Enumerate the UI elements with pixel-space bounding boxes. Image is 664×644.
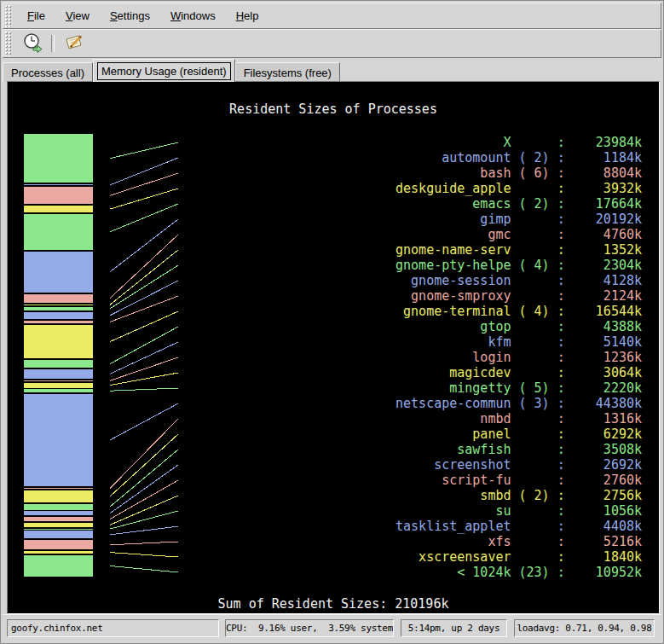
leader-line xyxy=(110,281,178,316)
leader-line xyxy=(110,173,178,195)
process-row[interactable]: su : 1056k xyxy=(396,503,642,519)
menu-windows[interactable]: Windows xyxy=(160,4,226,27)
process-row[interactable]: gnome-smproxy : 2124k xyxy=(396,288,642,304)
leader-line xyxy=(110,265,178,309)
toolbar-grippy[interactable] xyxy=(4,31,12,56)
hostname-panel: goofy.chinfox.net xyxy=(7,619,219,637)
toolbar-separator xyxy=(51,35,55,52)
leader-line xyxy=(110,250,178,305)
leader-line xyxy=(110,434,178,496)
leader-line xyxy=(110,142,178,159)
leader-line xyxy=(110,403,178,440)
process-row[interactable]: sawfish : 3508k xyxy=(396,442,642,457)
process-row[interactable]: gimp : 20192k xyxy=(396,212,642,227)
loadavg-panel: loadavg: 0.71, 0.94, 0.98 xyxy=(514,619,655,637)
process-row[interactable]: gnome-name-serv : 1352k xyxy=(396,242,642,258)
gtop-window: FileViewSettingsWindowsHelp xyxy=(0,0,664,644)
menubar: FileViewSettingsWindowsHelp xyxy=(3,3,661,29)
process-row[interactable]: nmbd : 1316k xyxy=(396,411,642,426)
leader-line xyxy=(110,373,178,386)
menubar-grippy[interactable] xyxy=(4,4,12,27)
leader-line xyxy=(110,526,178,535)
process-row[interactable]: gtop : 4388k xyxy=(396,319,642,334)
leader-line xyxy=(110,388,178,391)
timer-button[interactable] xyxy=(19,32,46,55)
leader-line xyxy=(110,542,178,545)
menu-view[interactable]: View xyxy=(55,4,100,27)
time-uptime-panel: 5:14pm, up 2 days xyxy=(401,619,507,637)
tab-filesystems-free[interactable]: Filesystems (free) xyxy=(235,62,340,82)
leader-line xyxy=(110,219,178,272)
tab-memory-usage-resident[interactable]: Memory Usage (resident) xyxy=(93,59,235,82)
process-row[interactable]: magicdev : 3064k xyxy=(396,365,642,380)
process-row[interactable]: gmc : 4760k xyxy=(396,227,642,242)
process-row[interactable]: panel : 6292k xyxy=(396,426,642,442)
tab-strip: Processes (all)Memory Usage (resident)Fi… xyxy=(3,58,661,82)
process-row[interactable]: deskguide_apple : 3932k xyxy=(396,181,642,196)
leader-line xyxy=(110,465,178,513)
process-row[interactable]: gnome-session : 4128k xyxy=(396,273,642,288)
menu-settings[interactable]: Settings xyxy=(100,4,160,27)
process-row[interactable]: screenshot : 2692k xyxy=(396,457,642,473)
timer-clock-icon xyxy=(21,32,43,56)
menu-help[interactable]: Help xyxy=(226,4,269,27)
status-bar: goofy.chinfox.net CPU: 9.16% user, 3.59%… xyxy=(3,614,661,642)
properties-button[interactable] xyxy=(60,32,87,55)
sum-label: Sum of Resident Sizes: 210196k xyxy=(8,596,659,612)
leader-line xyxy=(110,296,178,322)
cpu-usage-panel: CPU: 9.16% user, 3.59% system xyxy=(225,619,394,637)
process-row[interactable]: kfm : 5140k xyxy=(396,334,642,350)
menu-items: FileViewSettingsWindowsHelp xyxy=(17,3,268,28)
notepad-pencil-icon xyxy=(62,32,84,56)
leader-line xyxy=(110,189,178,209)
leader-line xyxy=(110,158,178,185)
process-row[interactable]: login : 1236k xyxy=(396,350,642,365)
process-row[interactable]: script-fu : 2760k xyxy=(396,473,642,488)
process-row[interactable]: gnome-terminal ( 4) : 16544k xyxy=(396,304,642,319)
process-row[interactable]: gnome-pty-helpe ( 4) : 2304k xyxy=(396,258,642,273)
process-row[interactable]: xscreensaver : 1840k xyxy=(396,549,642,565)
process-row[interactable]: emacs ( 2) : 17664k xyxy=(396,196,642,212)
leader-line xyxy=(110,311,178,342)
process-row[interactable]: automount ( 2) : 1184k xyxy=(396,150,642,165)
leader-line xyxy=(110,566,178,572)
tab-processes-all[interactable]: Processes (all) xyxy=(3,62,93,82)
memory-usage-chart: Resident Sizes of Processes X : 23984k a… xyxy=(7,81,660,614)
process-row[interactable]: netscape-commun ( 3) : 44380k xyxy=(396,396,642,411)
leader-line xyxy=(110,235,178,299)
menu-file[interactable]: File xyxy=(17,4,55,27)
leader-line xyxy=(110,553,178,557)
process-row[interactable]: xfs : 5216k xyxy=(396,534,642,549)
process-row[interactable]: X : 23984k xyxy=(396,135,642,150)
process-row[interactable]: < 1024k (23) : 10952k xyxy=(396,565,642,580)
process-row[interactable]: bash ( 6) : 8804k xyxy=(396,165,642,181)
process-row[interactable]: tasklist_applet : 4408k xyxy=(396,519,642,534)
process-row[interactable]: smbd ( 2) : 2756k xyxy=(396,488,642,503)
process-row[interactable]: mingetty ( 5) : 2220k xyxy=(396,380,642,396)
toolbar xyxy=(3,29,661,58)
process-list: X : 23984k automount ( 2) : 1184k bash (… xyxy=(396,135,642,580)
